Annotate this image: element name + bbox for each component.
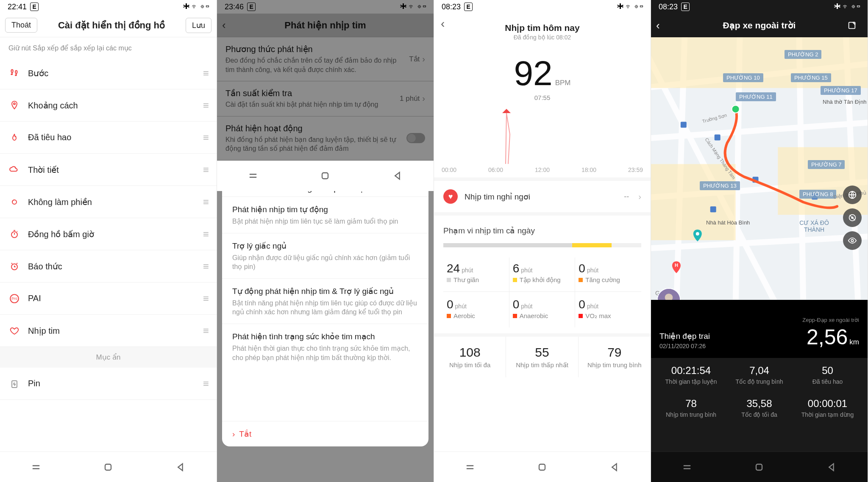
stopwatch-icon [8,228,20,240]
stat-avg-hr: 78Nhịp tim trung bình [657,391,725,424]
drag-handle-icon[interactable]: ≡ [203,293,208,305]
svg-rect-7 [322,173,328,179]
list-item-dnd[interactable]: Không làm phiền ≡ [0,186,217,218]
sheet-option-off[interactable]: ›Tắt [222,421,428,446]
android-nav-bar [217,161,434,191]
back-icon[interactable] [609,461,620,473]
recent-apps-icon[interactable] [464,461,476,473]
drag-handle-icon[interactable]: ≡ [203,378,208,390]
list-item-stopwatch[interactable]: Đồng hồ bấm giờ ≡ [0,218,217,250]
back-button[interactable]: ‹ [441,17,453,30]
alarm-icon [8,260,20,272]
axis-tick: 06:00 [488,166,503,173]
home-icon[interactable] [319,170,331,182]
list-item-alarm[interactable]: Báo thức ≡ [0,250,217,283]
list-item-burned[interactable]: Đã tiêu hao ≡ [0,122,217,154]
home-icon[interactable] [536,461,548,473]
zone-cell-intense: 0phútTăng cường [575,258,641,291]
axis-tick: 00:00 [442,166,456,173]
svg-rect-15 [681,122,687,128]
zone-cell-aerobic: 0phútAerobic [443,291,509,327]
drag-handle-icon[interactable]: ≡ [203,196,208,208]
recent-apps-icon[interactable] [681,461,693,473]
map-location-button[interactable] [843,208,862,227]
ward-label: PHƯỜNG 7 [808,160,845,169]
axis-tick: 23:59 [628,166,643,173]
item-label: Bước [28,68,195,78]
svg-rect-16 [715,135,721,141]
poi-label: Nhà thờ Tân Định [823,99,867,105]
option-subtitle: Phát hiện thời gian thực cho tình trạng … [232,344,418,362]
status-time: 08:23 [659,3,678,11]
activity-stats-grid: 00:21:54Thời gian tập luyện 7,04Tốc độ t… [651,358,868,429]
item-label: Báo thức [28,261,195,271]
resting-hr-label: Nhịp tim nghỉ ngơi [465,192,617,202]
item-label: Đồng hồ bấm giờ [28,229,195,239]
poi-label: Nhà hát Hòa Bình [706,219,750,226]
status-icons: ✱ ᯤ ◎ ▭ [834,3,860,11]
stat-max-speed: 35,58Tốc độ tối đa [725,391,793,424]
drag-handle-icon[interactable]: ≡ [203,260,208,272]
bpm-value: 92 [514,53,552,93]
share-button[interactable] [847,21,862,30]
page-title: Nhịp tim hôm nay [453,23,632,33]
page-title: Đạp xe ngoài trời [671,20,847,30]
drag-handle-icon[interactable]: ≡ [203,325,208,337]
svg-point-20 [732,105,740,113]
ward-label: PHƯỜNG 15 [791,73,831,82]
sheet-option-both[interactable]: Tự động phát hiện nhịp tim & Trợ lý giấc… [222,278,428,324]
data-source: Zepp-Đạp xe ngoài trời [802,317,859,323]
hidden-section-label: Mục ẩn [0,347,217,368]
drag-handle-icon[interactable]: ≡ [203,100,208,111]
drag-handle-icon[interactable]: ≡ [203,228,208,240]
resting-hr-value: -- [624,192,629,201]
svg-point-21 [696,232,699,235]
route-map[interactable]: H G PHƯỜNG 2 PHƯỜNG 10 PHƯỜNG 15 PHƯỜNG … [651,37,868,300]
option-title: Phát hiện nhịp tim tự động [232,205,418,214]
stat-avg-hr: 79Nhịp tim trung bình [579,337,651,377]
svg-rect-9 [539,464,545,470]
drag-handle-icon[interactable]: ≡ [203,132,208,144]
recent-apps-icon[interactable] [247,170,259,182]
user-name: Thiện đẹp trai [659,331,710,341]
sheet-option-auto[interactable]: Phát hiện nhịp tim tự độngBật phát hiện … [222,197,428,233]
list-item-distance[interactable]: Khoảng cách ≡ [0,89,217,122]
zone-section-title: Phạm vi nhịp tim cả ngày [434,216,651,243]
back-icon[interactable] [826,461,837,473]
heart-icon: ♥ [443,189,458,204]
cloud-icon [8,164,20,176]
drag-handle-icon[interactable]: ≡ [203,164,208,176]
list-item-pin[interactable]: Pin ≡ [0,368,217,400]
svg-rect-14 [778,147,868,215]
zone-grid: 24phútThư giãn 6phútTập khởi động 0phútT… [434,258,651,327]
resting-hr-row[interactable]: ♥ Nhịp tim nghỉ ngơi -- › [434,181,651,216]
list-item-heart[interactable]: Nhịp tim ≡ [0,315,217,347]
back-icon[interactable] [392,170,403,182]
list-item-steps[interactable]: Bước ≡ [0,57,217,89]
back-button[interactable]: ‹ [656,19,671,32]
app-badge-icon: E [464,3,473,11]
list-item-pai[interactable]: PAI PAI ≡ [0,283,217,315]
sheet-option-sleep[interactable]: Trợ lý giấc ngủGiúp nhận được dữ liệu gi… [222,233,428,278]
status-time: 08:23 [442,3,461,11]
zone-cell-vo2max: 0phútVO₂ max [575,291,641,327]
sheet-option-health[interactable]: Phát hiện tình trạng sức khỏe tim mạchPh… [222,324,428,369]
settings-list: Bước ≡ Khoảng cách ≡ Đã tiêu hao ≡ Thời … [0,57,217,452]
detection-method-sheet: Phương thức phát hiện Phát hiện nhịp tim… [222,174,428,446]
item-label: Thời tiết [28,165,195,175]
map-visibility-button[interactable] [843,231,862,250]
screen-heart-rate-today: 08:23E ✱ ᯤ ◎ ▭ ‹ Nhịp tim hôm nay Đã đồn… [434,0,651,482]
list-item-weather[interactable]: Thời tiết ≡ [0,154,217,186]
heart-icon [8,325,20,337]
heart-rate-chart[interactable] [442,109,643,164]
home-icon[interactable] [102,461,114,473]
svg-text:PAI: PAI [11,296,17,301]
map-layer-button[interactable] [843,186,862,204]
drag-handle-icon[interactable]: ≡ [203,67,208,79]
stat-duration: 00:21:54Thời gian tập luyện [657,358,725,391]
home-icon[interactable] [753,461,765,473]
back-icon[interactable] [175,461,186,473]
save-button[interactable]: Lưu [186,18,211,33]
exit-button[interactable]: Thoát [5,18,37,33]
recent-apps-icon[interactable] [30,461,42,473]
